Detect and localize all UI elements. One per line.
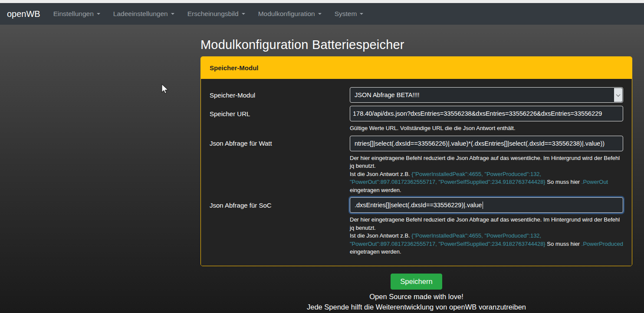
input-value: .dxsEntries[]|select(.dxsId==33556229)|.… (355, 202, 482, 209)
save-button[interactable]: Speichern (391, 274, 442, 290)
chevron-down-icon (171, 13, 174, 15)
help-line: Der hier eingetragene Befehl reduziert d… (350, 154, 623, 170)
json-watt-input[interactable]: ntries[]|select(.dxsId==33556226)|.value… (350, 136, 623, 151)
page-footer: Speichern Open Source made with love! Je… (200, 274, 632, 313)
nav-item-label: Einstellungen (53, 10, 94, 18)
card-body: Speicher-Modul JSON Abfrage BETA!!!! Spe… (201, 79, 632, 266)
browser-top-strip (0, 0, 644, 3)
footer-open-source-text: Open Source made with love! (200, 293, 632, 301)
nav-item-label: Ladeeinstellungen (113, 10, 168, 18)
input-value: ntries[]|select(.dxsId==33556226)|.value… (355, 140, 605, 147)
form-row-speicher-url: Speicher URL 178.40/api/dxs.json?dxsEntr… (210, 106, 623, 133)
json-watt-help: Der hier eingetragene Befehl reduziert d… (350, 154, 623, 195)
speicher-url-label: Speicher URL (210, 106, 350, 121)
help-line: Ist die Json Antwort z.B. {"PowerInstall… (350, 170, 623, 195)
nav-item-label: Modulkonfiguration (258, 10, 315, 18)
brand-logo[interactable]: openWB (7, 9, 40, 19)
jq-key-text: .PowerOut (582, 179, 608, 185)
mouse-cursor-icon (161, 84, 169, 95)
nav-item-label: Erscheinungsbild (187, 10, 239, 18)
nav-item-system[interactable]: System (335, 10, 364, 18)
speicher-modul-select[interactable]: JSON Abfrage BETA!!!! (350, 87, 623, 103)
chevron-down-icon (97, 13, 100, 15)
chevron-down-icon[interactable] (614, 88, 622, 102)
chevron-down-icon (318, 13, 322, 15)
nav-item-ladeeinstellungen[interactable]: Ladeeinstellungen (113, 10, 174, 18)
nav-item-label: System (335, 10, 357, 18)
chevron-down-icon (242, 13, 245, 15)
json-soc-help: Der hier eingetragene Befehl reduziert d… (350, 216, 623, 256)
card-header: Speicher-Modul (201, 57, 632, 79)
speicher-url-help: Gültige Werte URL. Vollständige URL die … (350, 124, 623, 133)
navbar: openWB Einstellungen Ladeeinstellungen E… (0, 3, 644, 25)
json-watt-label: Json Abfrage für Watt (210, 136, 350, 151)
help-line: Der hier eingetragene Befehl reduziert d… (350, 216, 623, 232)
footer-donation-text: Jede Spende hilft die Weiterentwicklung … (200, 303, 632, 311)
speicher-url-input[interactable]: 178.40/api/dxs.json?dxsEntries=33556238&… (350, 106, 623, 121)
form-row-json-soc: Json Abfrage für SoC .dxsEntries[]|selec… (210, 197, 623, 256)
json-soc-input[interactable]: .dxsEntries[]|select(.dxsId==33556229)|.… (350, 197, 623, 213)
input-value: 178.40/api/dxs.json?dxsEntries=33556238&… (355, 110, 602, 117)
speicher-modul-label: Speicher-Modul (210, 87, 350, 103)
text-cursor (483, 202, 483, 209)
nav-item-erscheinungsbild[interactable]: Erscheinungsbild (187, 10, 245, 18)
main-content: Modulkonfiguration Batteriespeicher Spei… (200, 25, 632, 266)
nav-item-einstellungen[interactable]: Einstellungen (53, 10, 100, 18)
nav-item-modulkonfiguration[interactable]: Modulkonfiguration (258, 10, 322, 18)
chevron-down-icon (360, 13, 363, 15)
help-line: Ist die Json Antwort z.B. {"PowerInstall… (350, 232, 623, 256)
speicher-modul-card: Speicher-Modul Speicher-Modul JSON Abfra… (200, 56, 632, 266)
form-row-json-watt: Json Abfrage für Watt ntries[]|select(.d… (210, 136, 623, 195)
page-title: Modulkonfiguration Batteriespeicher (200, 38, 632, 52)
selected-option-label: JSON Abfrage BETA!!!! (355, 91, 420, 98)
jq-key-text: .PowerProduced (582, 241, 623, 247)
json-soc-label: Json Abfrage für SoC (210, 197, 350, 213)
form-row-speicher-modul: Speicher-Modul JSON Abfrage BETA!!!! (210, 87, 623, 103)
